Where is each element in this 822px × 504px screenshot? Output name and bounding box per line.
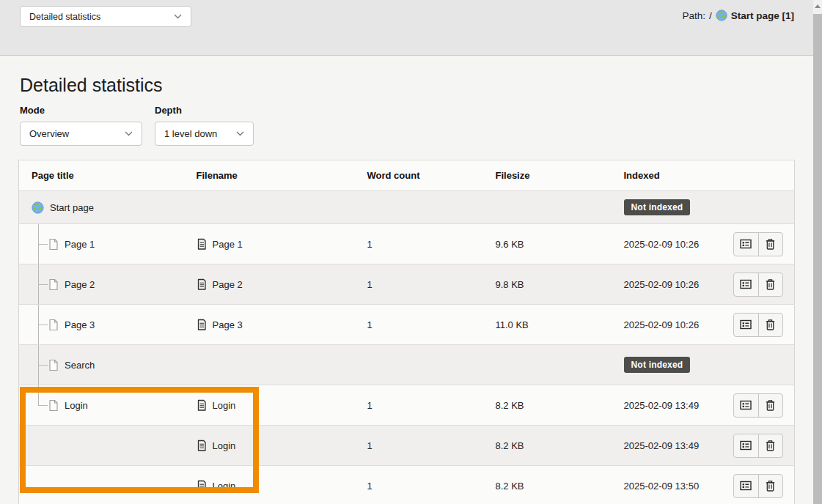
scrollbar[interactable] xyxy=(813,0,822,504)
delete-button[interactable] xyxy=(758,475,782,497)
arrow-up-icon xyxy=(815,4,821,8)
page-title-text: Page 2 xyxy=(65,279,95,290)
tree-connector xyxy=(38,385,48,425)
row-actions xyxy=(733,434,783,458)
table-header-row: Page title Filename Word count Filesize … xyxy=(19,160,795,191)
chevron-down-icon xyxy=(236,131,244,136)
table-row-start-page: Start page Not indexed xyxy=(19,191,795,224)
filesize-value: 8.2 KB xyxy=(483,466,612,504)
page-title-text: Search xyxy=(65,360,95,371)
scroll-up-button[interactable] xyxy=(813,0,822,12)
depth-select[interactable]: 1 level down xyxy=(155,122,254,146)
column-header-filesize: Filesize xyxy=(483,160,612,191)
mode-label: Mode xyxy=(20,105,45,116)
file-icon xyxy=(197,399,207,412)
topbar: Detailed statistics Path: / Start page [… xyxy=(0,0,822,56)
page-title: Detailed statistics xyxy=(20,73,163,97)
filesize-value: 8.2 KB xyxy=(483,385,612,426)
filename-text: Login xyxy=(213,400,236,411)
breadcrumb: Path: / Start page [1] xyxy=(682,10,794,21)
file-icon xyxy=(197,440,207,452)
column-header-actions xyxy=(727,160,795,191)
column-header-filename: Filename xyxy=(184,160,355,191)
page-title-text: Login xyxy=(65,400,88,411)
word-count-value: 1 xyxy=(355,385,483,426)
filesize-value: 11.0 KB xyxy=(483,305,612,345)
word-count-value: 1 xyxy=(355,466,483,504)
delete-button[interactable] xyxy=(758,314,782,336)
delete-button[interactable] xyxy=(758,394,782,417)
file-icon xyxy=(197,319,207,331)
word-count-value: 1 xyxy=(355,305,483,345)
table-row-login-1: Login Login 1 8.2 KB 2025-02-09 13:49 xyxy=(19,385,795,426)
breadcrumb-start-page-link[interactable]: Start page [1] xyxy=(731,10,794,21)
row-actions xyxy=(733,273,783,297)
globe-icon xyxy=(32,201,44,214)
depth-select-value: 1 level down xyxy=(164,128,217,139)
word-count-value: 1 xyxy=(355,264,483,305)
filename-text: Login xyxy=(213,481,236,492)
mode-select[interactable]: Overview xyxy=(20,122,142,146)
indexed-value: 2025-02-09 10:26 xyxy=(612,264,727,305)
statistics-nav-select-value: Detailed statistics xyxy=(29,12,100,22)
details-button[interactable] xyxy=(734,434,758,457)
chevron-down-icon xyxy=(125,131,133,136)
app-window: Detailed statistics Path: / Start page [… xyxy=(0,0,822,504)
filename-text: Page 2 xyxy=(213,279,243,290)
statistics-table: Page title Filename Word count Filesize … xyxy=(18,160,795,504)
column-header-page-title: Page title xyxy=(19,160,184,191)
table-row-page-1: Page 1 Page 1 1 9.6 KB 2025-02-09 10:26 xyxy=(19,224,795,264)
filename-text: Page 1 xyxy=(213,239,243,250)
table-row-search: Search Not indexed xyxy=(19,345,795,385)
tree-connector xyxy=(38,264,48,304)
file-icon xyxy=(197,238,207,251)
mode-select-value: Overview xyxy=(29,128,69,139)
page-title-text: Page 3 xyxy=(65,319,95,330)
filesize-value: 8.2 KB xyxy=(483,426,612,466)
statistics-nav-select[interactable]: Detailed statistics xyxy=(20,6,191,27)
details-button[interactable] xyxy=(734,314,758,336)
indexed-value: 2025-02-09 13:49 xyxy=(612,426,727,466)
filename-text: Page 3 xyxy=(213,319,243,330)
details-button[interactable] xyxy=(734,233,758,256)
row-actions xyxy=(733,232,783,256)
page-title-text: Page 1 xyxy=(65,239,95,250)
indexed-value: 2025-02-09 10:26 xyxy=(612,305,727,345)
row-actions xyxy=(733,313,783,337)
table-row-login-3: Login 1 8.2 KB 2025-02-09 13:50 xyxy=(19,466,795,504)
page-title-text: Start page xyxy=(50,202,94,213)
page-icon xyxy=(48,399,59,412)
filename-text: Login xyxy=(213,440,236,451)
table-row-page-2: Page 2 Page 2 1 9.8 KB 2025-02-09 10:26 xyxy=(19,264,795,305)
page-icon xyxy=(48,319,59,331)
not-indexed-badge: Not indexed xyxy=(624,199,691,215)
not-indexed-badge: Not indexed xyxy=(624,357,691,373)
delete-button[interactable] xyxy=(758,434,782,457)
depth-label: Depth xyxy=(155,105,182,116)
indexed-value: 2025-02-09 13:50 xyxy=(612,466,727,504)
details-button[interactable] xyxy=(734,273,758,296)
column-header-indexed: Indexed xyxy=(612,160,727,191)
delete-button[interactable] xyxy=(758,233,782,256)
indexed-value: 2025-02-09 13:49 xyxy=(612,385,727,426)
row-actions xyxy=(733,393,783,418)
page-icon xyxy=(48,238,59,251)
breadcrumb-label: Path: xyxy=(682,10,705,21)
word-count-value: 1 xyxy=(355,224,483,264)
delete-button[interactable] xyxy=(758,273,782,296)
row-actions xyxy=(733,474,783,498)
file-icon xyxy=(197,480,207,492)
chevron-down-icon xyxy=(174,14,182,19)
scrollbar-thumb[interactable] xyxy=(813,14,822,504)
table-row-page-3: Page 3 Page 3 1 11.0 KB 2025-02-09 10:26 xyxy=(19,305,795,345)
filesize-value: 9.8 KB xyxy=(483,264,612,305)
tree-connector xyxy=(38,345,48,385)
page-icon xyxy=(48,278,59,291)
tree-connector xyxy=(38,305,48,344)
word-count-value: 1 xyxy=(355,426,483,466)
filesize-value: 9.6 KB xyxy=(483,224,612,264)
page-icon xyxy=(48,359,59,371)
tree-connector xyxy=(38,224,48,264)
details-button[interactable] xyxy=(734,475,758,497)
details-button[interactable] xyxy=(734,394,758,417)
